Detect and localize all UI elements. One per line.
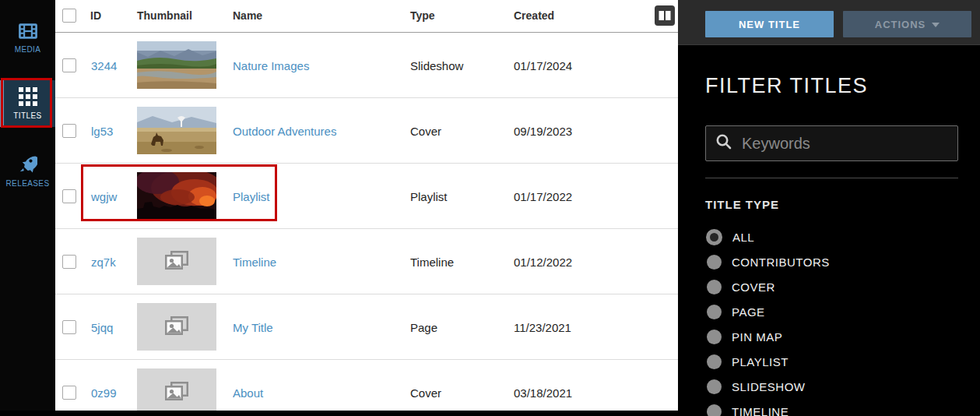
row-checkbox[interactable]	[62, 255, 76, 269]
title-type-option[interactable]: COVER	[705, 274, 972, 299]
row-created: 11/23/2021	[514, 320, 571, 333]
title-type-option[interactable]: PIN MAP	[705, 324, 972, 349]
table-row: zq7k Timeline Timeline 01/12/2022	[55, 229, 678, 294]
radio-label: SLIDESHOW	[732, 380, 806, 393]
sidebar: MEDIA TITLES RELEASES	[0, 0, 55, 416]
row-type: Playlist	[410, 189, 448, 203]
radio-label: PLAYLIST	[732, 355, 789, 368]
keywords-input[interactable]	[740, 134, 957, 153]
radio-icon	[707, 255, 722, 270]
row-name-link[interactable]: My Title	[233, 320, 273, 333]
table-row: 5jqq My Title Page 11/23/2021	[55, 294, 678, 360]
title-type-heading: TITLE TYPE	[705, 198, 779, 211]
row-checkbox[interactable]	[62, 124, 76, 138]
row-id-link[interactable]: 0z99	[91, 386, 117, 399]
row-checkbox[interactable]	[62, 386, 76, 400]
row-id-link[interactable]: wgjw	[91, 189, 117, 203]
radio-icon	[707, 354, 722, 369]
row-checkbox[interactable]	[62, 320, 76, 334]
radio-icon	[707, 330, 722, 344]
row-thumbnail[interactable]	[137, 107, 216, 154]
filter-panel-title: FILTER TITLES	[705, 74, 868, 98]
title-type-radio-group: ALL CONTRIBUTORS COVER PAGE PIN MAP PLAY…	[705, 224, 972, 416]
actions-button[interactable]: ACTIONS	[843, 11, 971, 37]
film-icon	[18, 23, 38, 40]
row-name-link[interactable]: Playlist	[233, 189, 270, 203]
row-type: Cover	[410, 124, 441, 137]
sidebar-item-label: MEDIA	[15, 45, 41, 54]
row-thumbnail[interactable]	[137, 41, 216, 89]
table-row: 3244 Nature Images Slideshow 01/17/2024	[55, 33, 678, 98]
row-created: 01/17/2022	[514, 189, 572, 203]
title-type-option[interactable]: ALL	[705, 224, 972, 249]
radio-icon	[707, 379, 722, 394]
radio-icon	[707, 404, 722, 416]
titles-table: ID Thumbnail Name Type Created 3244	[55, 0, 678, 416]
row-created: 01/12/2022	[514, 255, 572, 268]
sidebar-item-label: TITLES	[13, 111, 41, 120]
column-header-name: Name	[233, 9, 262, 22]
panel-toolbar: NEW TITLE ACTIONS	[678, 0, 980, 45]
table-header-row: ID Thumbnail Name Type Created	[55, 0, 678, 33]
row-id-link[interactable]: zq7k	[91, 255, 116, 268]
new-title-button[interactable]: NEW TITLE	[705, 11, 834, 37]
row-thumbnail[interactable]	[137, 368, 216, 416]
title-type-option[interactable]: TIMELINE	[705, 399, 972, 416]
row-created: 03/18/2021	[514, 386, 572, 399]
row-type: Slideshow	[410, 58, 463, 72]
bottom-edge-strip	[0, 411, 678, 416]
title-type-option[interactable]: PLAYLIST	[705, 349, 972, 374]
radio-icon	[707, 305, 722, 319]
radio-label: TIMELINE	[732, 405, 789, 416]
column-header-created: Created	[514, 9, 554, 22]
actions-button-label: ACTIONS	[875, 19, 926, 30]
radio-icon	[707, 280, 722, 294]
row-checkbox[interactable]	[62, 189, 76, 203]
table-row: 0z99 About Cover 03/18/2021	[55, 360, 678, 416]
row-name-link[interactable]: Timeline	[233, 255, 276, 268]
row-name-link[interactable]: About	[233, 386, 263, 399]
radio-label: ALL	[732, 231, 754, 244]
title-type-option[interactable]: CONTRIBUTORS	[705, 249, 972, 274]
table-row: lg53 Outdoor Adventures Cover 09/19/2023	[55, 98, 678, 164]
title-type-option[interactable]: PAGE	[705, 299, 972, 324]
columns-icon	[655, 16, 675, 28]
row-name-link[interactable]: Nature Images	[233, 58, 309, 72]
columns-toggle-button[interactable]	[655, 5, 675, 26]
row-id-link[interactable]: 3244	[91, 58, 117, 72]
table-body: 3244 Nature Images Slideshow 01/17/2024 …	[55, 33, 678, 416]
radio-label: PIN MAP	[732, 330, 782, 344]
rocket-icon	[18, 154, 37, 174]
filter-panel: NEW TITLE ACTIONS FILTER TITLES TITLE TY…	[678, 0, 980, 416]
search-icon	[706, 133, 740, 153]
column-header-type: Type	[410, 9, 435, 22]
app-window: MEDIA TITLES RELEASES	[0, 0, 980, 416]
sidebar-item-media[interactable]: MEDIA	[0, 12, 55, 64]
column-header-id: ID	[90, 9, 101, 22]
sidebar-item-releases[interactable]: RELEASES	[0, 145, 55, 196]
select-all-checkbox[interactable]	[62, 9, 76, 23]
row-checkbox[interactable]	[62, 58, 76, 72]
row-created: 01/17/2024	[514, 58, 572, 72]
row-thumbnail[interactable]	[137, 238, 216, 285]
row-thumbnail[interactable]	[137, 172, 216, 220]
radio-icon	[706, 229, 722, 245]
sidebar-item-titles[interactable]: TITLES	[0, 80, 55, 127]
keyword-search-box	[705, 125, 958, 161]
row-type: Timeline	[410, 255, 454, 268]
row-thumbnail[interactable]	[137, 303, 216, 351]
row-created: 09/19/2023	[514, 124, 572, 137]
table-row: wgjw Playlist Playlist 01/17/2022	[55, 164, 678, 229]
row-id-link[interactable]: lg53	[91, 124, 113, 137]
row-type: Page	[410, 320, 437, 333]
row-name-link[interactable]: Outdoor Adventures	[233, 124, 336, 137]
radio-label: CONTRIBUTORS	[732, 256, 830, 269]
caret-down-icon	[932, 23, 940, 27]
column-header-thumbnail: Thumbnail	[137, 9, 192, 22]
row-type: Cover	[410, 386, 441, 399]
radio-label: COVER	[732, 280, 775, 294]
radio-label: PAGE	[732, 305, 765, 319]
title-type-option[interactable]: SLIDESHOW	[705, 374, 972, 399]
panel-divider	[705, 178, 958, 178]
row-id-link[interactable]: 5jqq	[91, 320, 113, 333]
